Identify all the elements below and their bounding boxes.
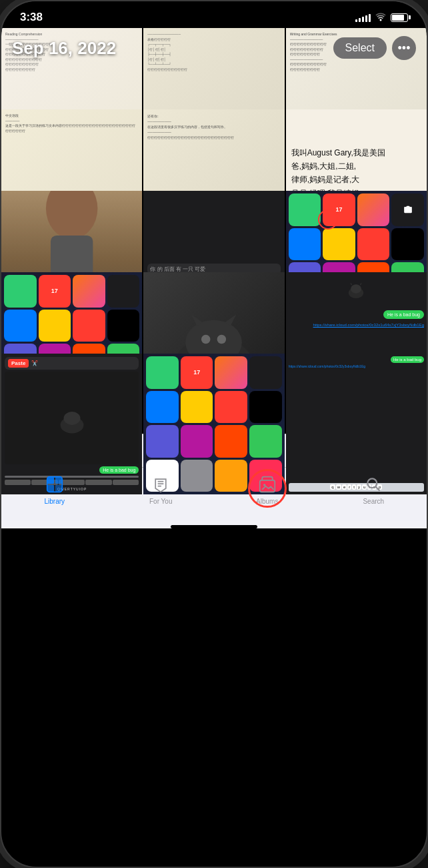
phone-screen: 3:38 [1, 1, 427, 867]
photo-header: Sep 16, 2022 Select ••• [1, 28, 427, 68]
svg-point-9 [351, 284, 361, 294]
status-icons [355, 12, 408, 23]
for-you-icon [152, 476, 169, 496]
svg-rect-14 [55, 477, 62, 484]
select-button[interactable]: Select [333, 37, 387, 59]
tab-albums[interactable]: Albums [214, 473, 321, 508]
albums-icon [259, 476, 276, 496]
svg-point-22 [368, 478, 377, 488]
search-icon [365, 476, 382, 496]
tab-library[interactable]: Library [1, 473, 108, 508]
svg-rect-16 [55, 485, 62, 492]
svg-line-23 [376, 486, 380, 490]
phone-frame: 3:38 [0, 0, 428, 868]
wifi-icon [375, 12, 387, 23]
photos-app-icon [357, 193, 390, 226]
signal-icon [355, 13, 371, 22]
svg-point-7 [217, 335, 227, 344]
svg-rect-13 [47, 477, 53, 484]
notch [167, 1, 261, 25]
tab-search[interactable]: Search [321, 473, 427, 508]
battery-icon [391, 13, 408, 22]
svg-rect-15 [47, 485, 53, 492]
status-time: 3:38 [20, 11, 43, 24]
photo-grid-area: Sep 16, 2022 Select ••• Reading Comprehe… [1, 28, 427, 434]
photos-grid: Reading Comprehension ────────────── 一些汉… [1, 28, 427, 434]
tab-for-you[interactable]: For You [108, 473, 215, 508]
tab-bar: Library For You [1, 467, 427, 521]
for-you-label: For You [149, 498, 172, 505]
library-icon [46, 476, 63, 496]
home-indicator [171, 525, 257, 528]
search-label: Search [363, 498, 384, 505]
svg-point-6 [201, 335, 211, 344]
header-buttons: Select ••• [333, 36, 416, 60]
svg-rect-20 [259, 480, 275, 492]
svg-point-11 [63, 412, 80, 425]
photo-date: Sep 16, 2022 [12, 38, 116, 59]
more-button[interactable]: ••• [392, 36, 416, 60]
library-label: Library [44, 498, 65, 505]
albums-label: Albums [256, 498, 278, 505]
